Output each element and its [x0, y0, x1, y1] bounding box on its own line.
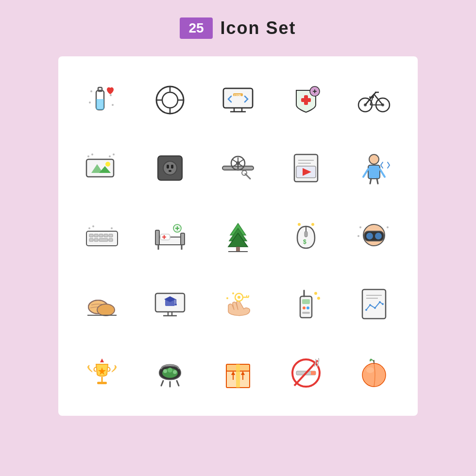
svg-point-41	[105, 162, 110, 167]
icon-video-document	[272, 134, 340, 202]
svg-point-154	[163, 369, 167, 373]
svg-rect-75	[109, 234, 113, 237]
svg-point-144	[379, 301, 381, 303]
icon-no-smoking	[272, 338, 340, 406]
svg-rect-159	[236, 364, 240, 388]
svg-point-45	[113, 153, 115, 155]
svg-rect-65	[368, 165, 380, 179]
page-header: 25 Icon Set	[180, 17, 296, 39]
svg-rect-24	[314, 89, 315, 93]
svg-point-124	[238, 296, 240, 299]
icon-analytics-report	[340, 270, 408, 338]
svg-rect-73	[99, 234, 103, 237]
svg-point-156	[173, 370, 177, 374]
svg-point-129	[232, 292, 234, 294]
icon-power-socket	[136, 134, 204, 202]
icon-cauldron	[136, 338, 204, 406]
svg-point-102	[298, 223, 301, 226]
svg-rect-132	[302, 299, 310, 304]
svg-rect-100	[305, 231, 307, 237]
svg-point-108	[359, 226, 361, 228]
icon-keyboard	[68, 202, 136, 270]
svg-line-69	[377, 179, 378, 184]
svg-point-3	[90, 90, 92, 92]
svg-point-107	[375, 233, 382, 239]
svg-point-44	[109, 155, 111, 157]
svg-point-42	[87, 155, 89, 157]
svg-rect-147	[97, 382, 107, 384]
svg-rect-74	[104, 234, 108, 237]
svg-point-141	[365, 309, 367, 311]
svg-point-4	[110, 94, 112, 96]
svg-point-47	[163, 161, 177, 175]
svg-rect-1	[98, 87, 102, 91]
icon-medical-shield	[272, 66, 340, 134]
svg-rect-71	[89, 234, 93, 237]
icon-education-monitor	[136, 270, 204, 338]
svg-point-122	[175, 304, 177, 306]
svg-point-137	[317, 297, 320, 300]
svg-point-110	[357, 235, 359, 237]
svg-rect-76	[89, 238, 93, 241]
svg-point-82	[111, 227, 113, 229]
icon-walkie-talkie	[272, 270, 340, 338]
svg-rect-84	[155, 230, 159, 245]
icon-valve-pipe	[204, 134, 272, 202]
svg-point-134	[306, 306, 309, 309]
svg-line-30	[374, 94, 383, 105]
svg-point-58	[242, 170, 247, 175]
icon-count-badge: 25	[180, 17, 212, 39]
svg-point-113	[97, 304, 115, 316]
svg-point-81	[92, 225, 94, 227]
svg-point-169	[366, 367, 374, 373]
svg-point-6	[112, 104, 114, 106]
svg-point-145	[382, 303, 384, 305]
svg-point-43	[91, 153, 93, 155]
icon-dollar-mouse: $	[272, 202, 340, 270]
icon-pine-tree	[204, 202, 272, 270]
svg-rect-85	[181, 233, 185, 245]
svg-rect-72	[94, 234, 98, 237]
svg-point-136	[314, 292, 317, 295]
icon-package-box	[204, 338, 272, 406]
svg-point-133	[303, 306, 306, 309]
svg-rect-78	[99, 238, 108, 241]
svg-rect-21	[301, 98, 311, 102]
page-title: Icon Set	[221, 18, 296, 38]
icon-crosshair	[136, 66, 204, 134]
svg-line-67	[380, 169, 385, 177]
svg-point-143	[374, 307, 376, 309]
svg-rect-135	[302, 312, 310, 314]
svg-rect-77	[94, 238, 98, 241]
icon-peach	[340, 338, 408, 406]
svg-rect-49	[171, 165, 173, 169]
svg-rect-79	[109, 238, 113, 241]
svg-point-168	[362, 363, 386, 387]
icon-water-bottle-heart	[68, 66, 136, 134]
svg-point-142	[369, 304, 371, 306]
svg-point-109	[387, 226, 389, 228]
icon-vr-headset	[340, 202, 408, 270]
icon-bread	[68, 270, 136, 338]
icon-grid: CODE	[58, 56, 418, 416]
svg-point-5	[89, 102, 91, 103]
icon-image-gallery	[68, 134, 136, 202]
svg-text:$: $	[303, 238, 306, 245]
svg-point-106	[366, 233, 373, 239]
svg-line-151	[177, 381, 179, 386]
svg-rect-38	[86, 159, 114, 177]
svg-point-64	[369, 154, 379, 164]
icon-bicycle	[340, 66, 408, 134]
icon-developer-person	[340, 134, 408, 202]
svg-marker-149	[100, 358, 104, 362]
svg-point-128	[226, 297, 228, 299]
svg-point-155	[168, 368, 172, 373]
svg-rect-166	[311, 371, 316, 375]
svg-text:CODE: CODE	[234, 94, 241, 97]
svg-rect-48	[167, 165, 169, 169]
icon-hospital-bed	[136, 202, 204, 270]
svg-point-80	[88, 227, 90, 229]
svg-rect-14	[223, 88, 253, 108]
icon-winged-trophy	[68, 338, 136, 406]
icon-code-monitor: CODE	[204, 66, 272, 134]
